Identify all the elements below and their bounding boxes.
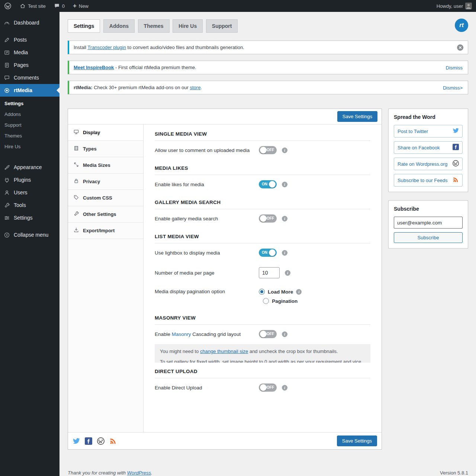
lightbox-toggle[interactable]: ON — [259, 249, 277, 257]
submenu-item-support[interactable]: Support — [0, 120, 60, 130]
pagination-radio[interactable] — [263, 298, 269, 304]
inspirebook-dismiss-link[interactable]: Dismiss — [446, 65, 463, 70]
share-on-facebook-button[interactable]: Share on Facebook — [394, 141, 463, 154]
subscribe-to-feeds-button[interactable]: Subscribe to our Feeds — [394, 174, 463, 187]
section-title: GALLERY MEDIA SEARCH — [155, 194, 370, 209]
new-content-link[interactable]: + New — [69, 0, 93, 12]
setting-row-pagination-option: Media display pagination option Load Mor… — [155, 284, 370, 309]
store-link[interactable]: store — [190, 85, 201, 90]
plugins-icon — [3, 177, 10, 183]
sidebar-item-plugins[interactable]: Plugins — [0, 174, 60, 186]
sidebar-item-settings[interactable]: Settings — [0, 211, 60, 224]
sidebar-item-dashboard[interactable]: Dashboard — [0, 16, 60, 29]
settings-nav-privacy[interactable]: Privacy — [68, 174, 143, 190]
info-icon[interactable]: i — [285, 270, 290, 276]
submenu-item-addons[interactable]: Addons — [0, 109, 60, 120]
facebook-icon — [453, 144, 459, 151]
setting-row-likes: Enable likes for media ON i — [155, 175, 370, 194]
settings-nav-other-settings[interactable]: Other Settings — [68, 206, 143, 223]
subscribe-to-feeds-label: Subscribe to our Feeds — [398, 178, 447, 183]
info-icon[interactable]: i — [282, 182, 287, 187]
rss-icon[interactable] — [109, 437, 117, 445]
info-icon[interactable]: i — [282, 148, 287, 153]
site-name-link[interactable]: Test site — [16, 0, 50, 12]
panel-body: Display Types Media Sizes Privacy — [68, 124, 382, 432]
submenu-item-hire-us[interactable]: Hire Us — [0, 141, 60, 152]
facebook-icon[interactable] — [85, 437, 92, 445]
masonry-toggle[interactable]: OFF — [259, 330, 277, 338]
tab-themes[interactable]: Themes — [138, 19, 170, 33]
addons-dismiss-link[interactable]: Dismiss> — [443, 85, 463, 90]
submenu-item-settings[interactable]: Settings — [0, 98, 60, 109]
display-icon — [73, 129, 79, 136]
notice-transcoder: Install Transcoder plugin to convert aud… — [68, 41, 468, 54]
setting-label: Number of media per page — [155, 270, 259, 276]
post-to-twitter-button[interactable]: Post to Twitter — [394, 125, 463, 137]
wordpress-admin-screen: Test site 0 + New Howdy, user — [0, 0, 476, 476]
notice-dismiss-icon[interactable]: ✕ — [457, 44, 463, 51]
likes-toggle[interactable]: ON — [259, 180, 277, 188]
comments-link[interactable]: 0 — [50, 0, 69, 12]
pagination-label[interactable]: Pagination — [272, 298, 298, 304]
sidebar-item-collapse-menu[interactable]: Collapse menu — [0, 229, 60, 241]
sidebar-item-posts[interactable]: Posts — [0, 33, 60, 46]
tab-settings[interactable]: Settings — [68, 19, 100, 33]
save-settings-button-bottom[interactable]: Save Settings — [337, 435, 377, 446]
setting-row-comment: Allow user to comment on uploaded media … — [155, 141, 370, 159]
section-title: MEDIA LIKES — [155, 159, 370, 175]
settings-nav-custom-css[interactable]: Custom CSS — [68, 190, 143, 206]
save-settings-button-top[interactable]: Save Settings — [337, 111, 377, 122]
info-icon[interactable]: i — [282, 385, 287, 391]
twitter-icon — [453, 127, 459, 135]
sidebar-item-appearance[interactable]: Appearance — [0, 161, 60, 174]
info-icon[interactable]: i — [282, 331, 287, 337]
tab-addons[interactable]: Addons — [103, 19, 135, 33]
notice-transcoder-prefix: Install — [74, 45, 87, 50]
sidebar-item-media[interactable]: Media — [0, 46, 60, 59]
tab-support[interactable]: Support — [206, 19, 238, 33]
rate-on-wordpress-button[interactable]: Rate on Wordpress.org — [394, 158, 463, 170]
subscribe-button[interactable]: Subscribe — [394, 232, 463, 243]
rtmedia-logo-text: rt — [459, 22, 464, 29]
section-list-media-view: LIST MEDIA VIEW Use lightbox to display … — [155, 228, 370, 309]
settings-nav-media-sizes[interactable]: Media Sizes — [68, 157, 143, 174]
sidebar-item-comments[interactable]: Comments — [0, 71, 60, 84]
masonry-link[interactable]: Masonry — [172, 331, 191, 337]
wordpress-logo-button[interactable] — [0, 0, 16, 12]
wordpress-link[interactable]: WordPress — [127, 470, 151, 476]
section-gallery-media-search: GALLERY MEDIA SEARCH Enable gallery medi… — [155, 194, 370, 228]
setting-label: Use lightbox to display media — [155, 250, 259, 256]
transcoder-plugin-link[interactable]: Transcoder plugin — [87, 45, 126, 50]
settings-nav-export-import[interactable]: Export/Import — [68, 223, 143, 239]
info-icon[interactable]: i — [282, 250, 287, 256]
info-icon[interactable]: i — [296, 289, 302, 295]
masonry-note: You might need to change thumbnail size … — [155, 344, 370, 363]
gallery-search-toggle[interactable]: OFF — [259, 214, 277, 223]
comment-toggle[interactable]: OFF — [259, 146, 277, 154]
load-more-label[interactable]: Load More — [268, 289, 293, 295]
section-title: MASONRY VIEW — [155, 309, 370, 325]
tab-hire-us[interactable]: Hire Us — [173, 19, 203, 33]
submenu-item-themes[interactable]: Themes — [0, 130, 60, 141]
info-icon[interactable]: i — [282, 216, 287, 221]
tab-themes-label: Themes — [144, 23, 164, 29]
email-field[interactable] — [394, 217, 463, 229]
change-thumbnail-size-link[interactable]: change thumbnail size — [200, 349, 248, 354]
load-more-radio[interactable] — [259, 289, 265, 295]
howdy-account-link[interactable]: Howdy, user — [432, 0, 476, 12]
wordpress-icon[interactable] — [97, 437, 104, 445]
submenu-label-addons: Addons — [4, 111, 21, 117]
direct-upload-toggle[interactable]: OFF — [259, 383, 277, 392]
inspirebook-link[interactable]: Meet InspireBook — [74, 65, 114, 70]
twitter-icon[interactable] — [73, 437, 80, 445]
media-per-page-input[interactable] — [259, 267, 280, 278]
sidebar-item-tools[interactable]: Tools — [0, 199, 60, 211]
settings-content: SINGLE MEDIA VIEW Allow user to comment … — [144, 124, 382, 432]
sidebar-item-rtmedia[interactable]: rtMedia — [0, 84, 60, 97]
post-to-twitter-label: Post to Twitter — [398, 129, 428, 134]
sidebar-item-pages[interactable]: Pages — [0, 59, 60, 71]
sidebar-item-users[interactable]: Users — [0, 186, 60, 199]
settings-nav-types[interactable]: Types — [68, 141, 143, 157]
note-suffix: and uncheck the crop box for thumbnails. — [248, 349, 338, 354]
settings-nav-display[interactable]: Display — [68, 124, 143, 141]
